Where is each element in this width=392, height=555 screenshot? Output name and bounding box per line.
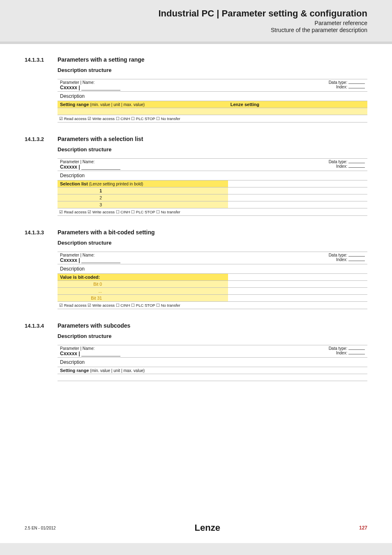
param-name-label: Parameter | Name:	[60, 253, 226, 257]
param-code: Cxxxxx |	[60, 164, 81, 170]
access-flags: ☑ Read access ☑ Write access ☐ CINH ☐ PL…	[58, 115, 367, 123]
datatype-label: Data type:	[329, 346, 348, 351]
selection-list-header: Selection list (Lenze setting printed in…	[58, 180, 228, 187]
list-item: 2	[58, 194, 110, 201]
footer-left: 2.5 EN - 01/2012	[25, 526, 56, 530]
page-header-sub1: Parameter reference	[25, 20, 367, 26]
access-flags: ☑ Read access ☑ Write access ☐ CINH ☐ PL…	[58, 208, 367, 216]
page-header-sub2: Structure of the parameter description	[25, 27, 367, 33]
param-table: Parameter | Name: Cxxxxx | . Data type: …	[58, 252, 367, 309]
param-name-label: Parameter | Name:	[60, 80, 226, 85]
setting-range-header: Setting range (min. value | unit | max. …	[58, 367, 228, 374]
description-label: Description	[58, 264, 367, 274]
section-subtitle: Description structure	[58, 240, 367, 246]
bitcoded-header: Value is bit-coded:	[58, 274, 228, 281]
section-subtitle: Description structure	[58, 333, 367, 339]
section-number: 14.1.3.4	[25, 323, 58, 329]
section-number: 14.1.3.2	[25, 136, 58, 142]
access-flags: ☑ Read access ☑ Write access ☐ CINH ☐ PL…	[58, 302, 367, 309]
section-title: Parameters with a setting range	[58, 56, 145, 63]
datatype-label: Data type:	[329, 253, 348, 257]
description-label: Description	[58, 358, 367, 367]
section-selection-list: 14.1.3.2 Parameters with a selection lis…	[25, 136, 367, 216]
list-item: 3	[58, 201, 110, 208]
index-label: Index:	[336, 85, 347, 89]
param-table: Parameter | Name: Cxxxxx | . Data type: …	[58, 79, 367, 123]
description-label: Description	[58, 92, 367, 101]
section-subtitle: Description structure	[58, 146, 367, 153]
section-setting-range: 14.1.3.1 Parameters with a setting range…	[25, 56, 367, 123]
bit-row: ...	[58, 288, 110, 295]
setting-range-header: Setting range (min. value | unit | max. …	[58, 101, 228, 108]
index-label: Index:	[336, 351, 347, 355]
list-item: 1	[58, 187, 110, 194]
datatype-label: Data type:	[329, 160, 348, 164]
description-label: Description	[58, 171, 367, 180]
param-table: Parameter | Name: Cxxxxx | . Data type: …	[58, 345, 367, 381]
lenze-setting-header: Lenze setting	[228, 101, 367, 108]
param-code: Cxxxxx |	[60, 85, 81, 90]
datatype-label: Data type:	[329, 80, 348, 85]
index-label: Index:	[336, 257, 347, 262]
bit-row: Bit 0	[58, 281, 110, 288]
page-header-title: Industrial PC | Parameter setting & conf…	[25, 8, 367, 19]
section-title: Parameters with a bit-coded setting	[58, 229, 155, 236]
param-code: Cxxxxx |	[60, 351, 81, 356]
param-name-label: Parameter | Name:	[60, 346, 226, 351]
page-number: 127	[359, 525, 367, 531]
section-number: 14.1.3.1	[25, 57, 58, 63]
section-title: Parameters with subcodes	[58, 322, 130, 329]
section-number: 14.1.3.3	[25, 229, 58, 236]
section-bit-coded: 14.1.3.3 Parameters with a bit-coded set…	[25, 229, 367, 309]
index-label: Index:	[336, 164, 347, 169]
param-name-label: Parameter | Name:	[60, 160, 226, 164]
param-code: Cxxxxx |	[60, 257, 81, 263]
section-title: Parameters with a selection list	[58, 136, 143, 142]
param-table: Parameter | Name: Cxxxxx | . Data type: …	[58, 158, 367, 216]
bit-row: Bit 31	[58, 295, 110, 302]
section-subtitle: Description structure	[58, 67, 367, 73]
brand-logo: Lenze	[195, 523, 220, 533]
section-subcodes: 14.1.3.4 Parameters with subcodes Descri…	[25, 322, 367, 381]
